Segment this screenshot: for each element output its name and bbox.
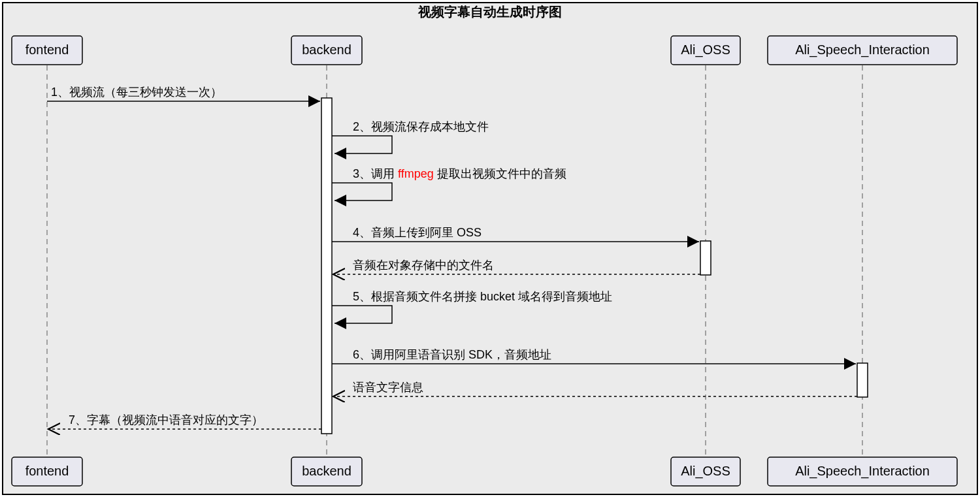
svg-text:Ali_OSS: Ali_OSS xyxy=(681,464,730,479)
message-6r-label: 语音文字信息 xyxy=(353,381,423,394)
message-1-label: 1、视频流（每三秒钟发送一次） xyxy=(51,86,222,99)
message-4-label: 4、音频上传到阿里 OSS xyxy=(353,226,482,239)
message-3-label: 3、调用 ffmpeg 提取出视频文件中的音频 xyxy=(353,167,566,180)
svg-text:Ali_Speech_Interaction: Ali_Speech_Interaction xyxy=(795,42,930,57)
sequence-diagram: 视频字幕自动生成时序图 fontend backend Ali_OSS Ali_… xyxy=(0,0,980,497)
message-5-label: 5、根据音频文件名拼接 bucket 域名得到音频地址 xyxy=(353,290,612,303)
svg-text:Ali_OSS: Ali_OSS xyxy=(681,42,730,57)
activation-speech xyxy=(857,363,868,397)
message-4r-label: 音频在对象存储中的文件名 xyxy=(353,259,494,272)
message-2-label: 2、视频流保存成本地文件 xyxy=(353,120,489,133)
participant-frontend-bottom: fontend xyxy=(12,457,82,486)
svg-text:backend: backend xyxy=(302,42,351,57)
svg-text:fontend: fontend xyxy=(25,42,69,57)
participant-frontend-top: fontend xyxy=(12,36,82,65)
participant-oss-top: Ali_OSS xyxy=(671,36,740,65)
svg-text:Ali_Speech_Interaction: Ali_Speech_Interaction xyxy=(795,464,930,479)
diagram-title: 视频字幕自动生成时序图 xyxy=(417,5,562,19)
participant-oss-bottom: Ali_OSS xyxy=(671,457,740,486)
svg-text:fontend: fontend xyxy=(25,464,69,478)
participant-speech-bottom: Ali_Speech_Interaction xyxy=(768,457,957,486)
message-6-label: 6、调用阿里语音识别 SDK，音频地址 xyxy=(353,348,551,361)
message-7-label: 7、字幕（视频流中语音对应的文字） xyxy=(69,413,263,426)
activation-backend xyxy=(321,98,332,434)
participant-backend-top: backend xyxy=(291,36,362,65)
participant-speech-top: Ali_Speech_Interaction xyxy=(768,36,957,65)
participant-backend-bottom: backend xyxy=(291,457,362,486)
svg-text:backend: backend xyxy=(302,464,351,478)
activation-oss xyxy=(700,241,711,275)
